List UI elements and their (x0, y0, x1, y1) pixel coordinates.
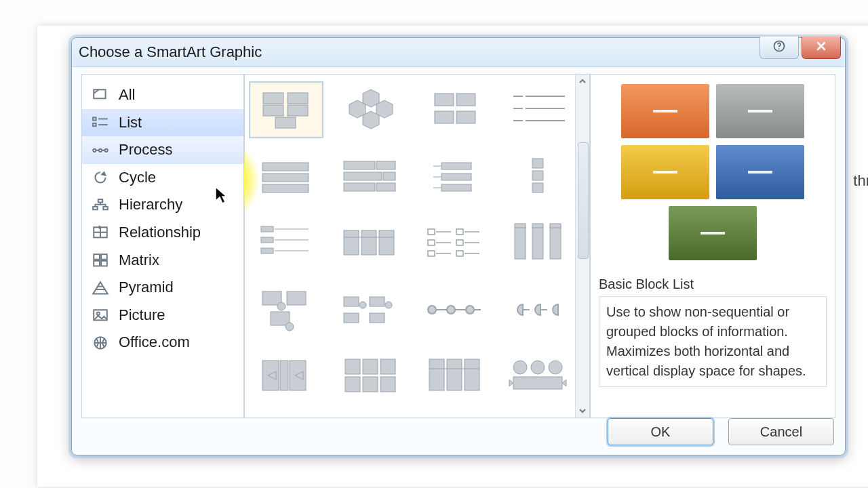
svg-rect-47 (344, 161, 375, 169)
svg-rect-59 (532, 159, 543, 168)
layout-thumb[interactable] (333, 216, 406, 271)
svg-rect-89 (550, 224, 561, 228)
layout-thumb[interactable] (249, 216, 322, 271)
layout-thumb[interactable] (417, 216, 490, 271)
hierarchy-icon (92, 198, 109, 213)
svg-rect-116 (363, 377, 378, 392)
svg-point-122 (513, 361, 527, 374)
cycle-icon (92, 170, 109, 185)
background-text: thr (853, 172, 868, 190)
scroll-up-icon[interactable] (576, 75, 589, 88)
svg-rect-66 (261, 248, 273, 253)
svg-rect-2 (94, 90, 105, 99)
layout-thumb[interactable] (249, 149, 322, 205)
help-button[interactable] (760, 37, 799, 59)
layout-thumb[interactable] (501, 415, 574, 418)
sidebar-item-relationship[interactable]: Relationship (82, 219, 243, 247)
layout-thumb[interactable] (502, 81, 576, 137)
layout-thumb[interactable] (333, 149, 406, 205)
layout-thumb[interactable] (333, 348, 406, 404)
layout-thumb[interactable] (249, 81, 323, 138)
layout-thumb[interactable] (501, 216, 574, 271)
svg-rect-28 (288, 105, 308, 116)
svg-rect-50 (383, 172, 395, 180)
svg-rect-29 (275, 117, 296, 128)
svg-rect-25 (263, 93, 283, 104)
svg-rect-55 (441, 184, 471, 191)
svg-rect-49 (344, 172, 382, 180)
layout-thumb[interactable] (501, 282, 574, 338)
relationship-icon (92, 225, 109, 240)
svg-rect-35 (456, 94, 475, 106)
svg-rect-112 (345, 359, 360, 374)
svg-rect-99 (344, 313, 359, 323)
sidebar-item-officecom[interactable]: Office.com (82, 329, 243, 357)
svg-rect-76 (428, 240, 435, 245)
sidebar-item-pyramid[interactable]: Pyramid (82, 274, 243, 302)
scroll-thumb[interactable] (578, 142, 589, 259)
svg-rect-70 (379, 230, 394, 255)
list-icon (92, 115, 109, 130)
svg-rect-74 (456, 229, 463, 235)
layout-thumb[interactable] (417, 415, 490, 418)
svg-rect-16 (94, 254, 100, 260)
svg-rect-45 (262, 174, 309, 182)
svg-rect-13 (93, 207, 97, 209)
sidebar-item-matrix[interactable]: Matrix (82, 247, 243, 274)
help-icon (772, 39, 786, 56)
sidebar-item-label: Relationship (119, 223, 201, 243)
svg-rect-4 (93, 123, 96, 126)
svg-point-94 (285, 323, 294, 331)
svg-rect-118 (429, 359, 444, 390)
svg-rect-54 (441, 174, 471, 180)
layout-gallery (244, 74, 590, 418)
svg-rect-68 (344, 230, 359, 255)
svg-rect-117 (380, 377, 395, 392)
svg-rect-19 (101, 261, 107, 266)
svg-point-96 (359, 302, 366, 308)
svg-rect-53 (441, 163, 471, 169)
layout-thumb[interactable] (417, 149, 490, 205)
layout-thumb[interactable] (418, 81, 492, 137)
sidebar-item-label: Matrix (119, 251, 159, 270)
svg-rect-72 (428, 229, 435, 235)
svg-rect-78 (456, 240, 463, 245)
svg-rect-12 (98, 199, 102, 202)
category-sidebar: All List Process Cycle (81, 74, 244, 418)
svg-rect-60 (532, 171, 543, 180)
layout-thumb[interactable] (249, 348, 322, 404)
layout-thumb[interactable] (501, 149, 574, 205)
ok-button[interactable]: OK (608, 418, 713, 445)
svg-rect-34 (435, 94, 454, 106)
svg-rect-61 (532, 183, 543, 192)
sidebar-item-cycle[interactable]: Cycle (82, 164, 243, 192)
svg-point-123 (531, 361, 545, 374)
sidebar-item-all[interactable]: All (82, 81, 243, 109)
layout-thumb[interactable] (249, 282, 322, 338)
dialog-title: Choose a SmartArt Graphic (79, 43, 262, 61)
layout-thumb[interactable] (249, 415, 322, 418)
layout-thumb[interactable] (334, 81, 408, 137)
layout-thumb[interactable] (333, 282, 406, 338)
sidebar-item-process[interactable]: Process (82, 136, 243, 164)
svg-rect-37 (456, 111, 475, 123)
gallery-scrollbar[interactable] (575, 75, 589, 418)
layout-thumb[interactable] (417, 282, 490, 338)
svg-point-101 (428, 306, 436, 314)
svg-rect-100 (370, 313, 384, 323)
all-icon (92, 87, 109, 102)
sidebar-item-hierarchy[interactable]: Hierarchy (82, 191, 243, 219)
layout-thumb[interactable] (501, 348, 574, 404)
layout-thumb[interactable] (333, 415, 406, 418)
sidebar-item-picture[interactable]: Picture (82, 302, 243, 329)
cancel-button[interactable]: Cancel (728, 418, 834, 445)
svg-point-105 (466, 306, 474, 314)
scroll-down-icon[interactable] (576, 404, 589, 418)
close-button[interactable] (802, 37, 841, 59)
sidebar-item-label: All (119, 85, 135, 105)
svg-rect-84 (515, 226, 526, 259)
preview-graphic (614, 84, 811, 267)
sidebar-item-label: Hierarchy (119, 195, 182, 215)
layout-thumb[interactable] (417, 348, 490, 404)
sidebar-item-list[interactable]: List (82, 109, 243, 137)
